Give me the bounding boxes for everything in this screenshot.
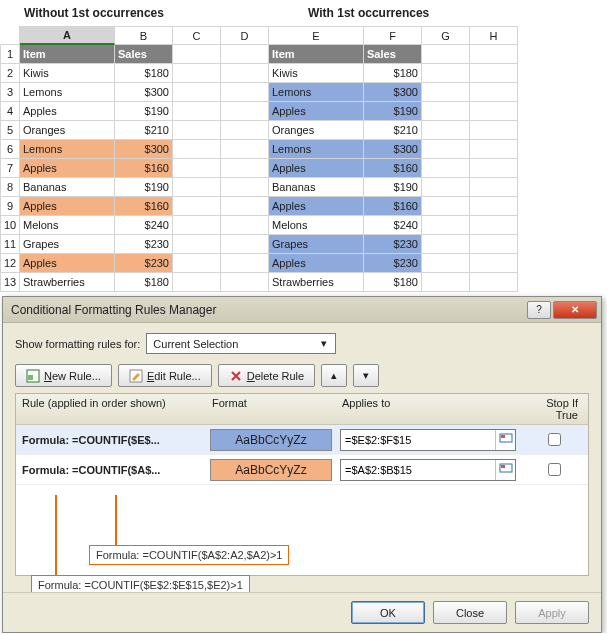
select-all-corner[interactable] — [0, 26, 20, 45]
cell[interactable]: $160 — [115, 197, 173, 216]
cell[interactable] — [221, 159, 269, 178]
table-header[interactable]: Item — [20, 45, 115, 64]
apply-button[interactable]: Apply — [515, 601, 589, 624]
cell[interactable]: $190 — [115, 178, 173, 197]
cell[interactable]: Lemons — [269, 140, 364, 159]
row-header[interactable]: 13 — [0, 273, 20, 292]
cell[interactable] — [221, 102, 269, 121]
delete-rule-button[interactable]: Delete Rule — [218, 364, 316, 387]
cell[interactable] — [221, 64, 269, 83]
table-header[interactable]: Item — [269, 45, 364, 64]
cell[interactable]: $180 — [115, 64, 173, 83]
applies-input[interactable] — [341, 460, 495, 480]
stop-if-true-checkbox[interactable] — [548, 463, 561, 476]
cell[interactable] — [173, 83, 221, 102]
row-header[interactable]: 12 — [0, 254, 20, 273]
cell[interactable]: $190 — [364, 178, 422, 197]
table-header[interactable]: Sales — [115, 45, 173, 64]
cell[interactable] — [422, 121, 470, 140]
row-header[interactable]: 8 — [0, 178, 20, 197]
cell[interactable] — [422, 216, 470, 235]
cell[interactable] — [470, 140, 518, 159]
row-header[interactable]: 6 — [0, 140, 20, 159]
cell[interactable] — [470, 273, 518, 292]
cell[interactable] — [470, 102, 518, 121]
cell[interactable]: Lemons — [20, 83, 115, 102]
cell[interactable]: $300 — [364, 140, 422, 159]
cell[interactable] — [422, 178, 470, 197]
cell[interactable] — [422, 64, 470, 83]
cell[interactable] — [470, 64, 518, 83]
cell[interactable]: $160 — [364, 159, 422, 178]
cell[interactable] — [470, 216, 518, 235]
cell[interactable] — [470, 83, 518, 102]
cell[interactable]: $300 — [115, 83, 173, 102]
range-picker-icon[interactable] — [495, 460, 515, 480]
cell[interactable]: $300 — [115, 140, 173, 159]
cell[interactable] — [422, 254, 470, 273]
new-rule-button[interactable]: New Rule... — [15, 364, 112, 387]
applies-to-field[interactable] — [340, 459, 516, 481]
help-button[interactable]: ? — [527, 301, 551, 319]
cell[interactable]: Strawberries — [20, 273, 115, 292]
cell[interactable]: $160 — [364, 197, 422, 216]
cell[interactable]: Bananas — [20, 178, 115, 197]
cell[interactable]: $240 — [364, 216, 422, 235]
move-down-button[interactable]: ▾ — [353, 364, 379, 387]
row-header[interactable]: 5 — [0, 121, 20, 140]
cell[interactable] — [221, 235, 269, 254]
cell[interactable]: Apples — [269, 197, 364, 216]
cell[interactable] — [422, 140, 470, 159]
cell[interactable] — [173, 102, 221, 121]
cell[interactable]: Apples — [269, 159, 364, 178]
cell[interactable]: $240 — [115, 216, 173, 235]
stop-if-true-checkbox[interactable] — [548, 433, 561, 446]
cell[interactable]: $210 — [364, 121, 422, 140]
range-picker-icon[interactable] — [495, 430, 515, 450]
cell[interactable]: $160 — [115, 159, 173, 178]
rule-row[interactable]: Formula: =COUNTIF($E$... AaBbCcYyZz — [16, 425, 588, 455]
col-header[interactable]: G — [422, 26, 470, 45]
cell[interactable]: Apples — [269, 254, 364, 273]
dialog-titlebar[interactable]: Conditional Formatting Rules Manager ? ✕ — [3, 297, 601, 323]
cell[interactable] — [470, 254, 518, 273]
cell[interactable]: Apples — [20, 159, 115, 178]
cell[interactable]: Lemons — [269, 83, 364, 102]
cell[interactable]: Apples — [269, 102, 364, 121]
cell[interactable]: Grapes — [269, 235, 364, 254]
cell[interactable] — [422, 45, 470, 64]
row-header[interactable]: 10 — [0, 216, 20, 235]
cell[interactable]: Lemons — [20, 140, 115, 159]
cell[interactable] — [173, 178, 221, 197]
col-header[interactable]: E — [269, 26, 364, 45]
edit-rule-button[interactable]: Edit Rule... — [118, 364, 212, 387]
close-dialog-button[interactable]: Close — [433, 601, 507, 624]
cell[interactable]: Oranges — [269, 121, 364, 140]
cell[interactable] — [173, 45, 221, 64]
cell[interactable] — [221, 254, 269, 273]
cell[interactable]: Oranges — [20, 121, 115, 140]
row-header[interactable]: 1 — [0, 45, 20, 64]
cell[interactable] — [422, 235, 470, 254]
cell[interactable] — [221, 197, 269, 216]
cell[interactable] — [470, 45, 518, 64]
cell[interactable] — [422, 197, 470, 216]
cell[interactable]: Bananas — [269, 178, 364, 197]
applies-to-field[interactable] — [340, 429, 516, 451]
cell[interactable] — [173, 197, 221, 216]
cell[interactable] — [470, 159, 518, 178]
cell[interactable]: $180 — [364, 273, 422, 292]
scope-select[interactable]: Current Selection ▾ — [146, 333, 336, 354]
rule-row[interactable]: Formula: =COUNTIF($A$... AaBbCcYyZz — [16, 455, 588, 485]
cell[interactable]: $210 — [115, 121, 173, 140]
col-header[interactable]: C — [173, 26, 221, 45]
col-header[interactable]: A — [20, 26, 115, 45]
cell[interactable] — [422, 83, 470, 102]
cell[interactable]: Kiwis — [269, 64, 364, 83]
cell[interactable] — [422, 273, 470, 292]
col-header[interactable]: H — [470, 26, 518, 45]
cell[interactable]: Apples — [20, 197, 115, 216]
close-button[interactable]: ✕ — [553, 301, 597, 319]
col-header[interactable]: B — [115, 26, 173, 45]
cell[interactable] — [221, 121, 269, 140]
